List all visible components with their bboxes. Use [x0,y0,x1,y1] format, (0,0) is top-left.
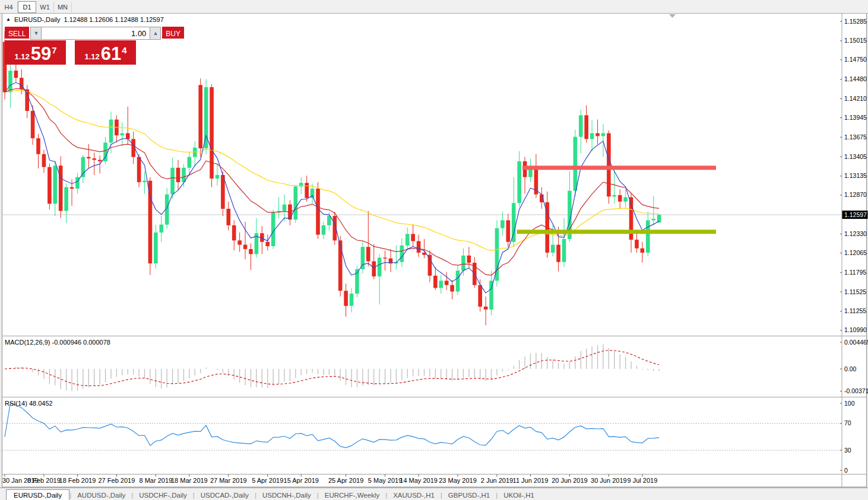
price-axis-label: 1.11255 [844,307,866,314]
price-axis-label: 1.12330 [844,230,867,237]
date-axis-label: 20 Jun 2019 [552,477,588,484]
price-chart[interactable]: 1.152851.150151.147501.144801.142101.139… [0,0,868,500]
buy-big-figure: 1.12 [84,52,99,61]
trading-app-window: 1.152851.150151.147501.144801.142101.139… [0,0,868,500]
volume-spinner: ▼ ▲ [30,27,161,40]
price-axis-label: 1.15285 [844,18,867,25]
macd-indicator-label: MACD(12,26,9) -0.000946 0.000078 [5,339,110,346]
date-axis-label: 9 Jul 2019 [627,477,657,484]
date-axis-label: 25 Apr 2019 [328,477,363,484]
price-axis-label: 1.14210 [844,95,867,102]
rsi-indicator-label: RSI(14) 48.0452 [5,400,53,407]
date-axis-label: 18 Feb 2019 [59,477,96,484]
date-axis-label: 30 Jun 2019 [591,477,627,484]
buy-pipette: 4 [122,45,126,55]
current-price-tag-label: 1.12597 [844,211,867,218]
chart-ohlc-header: ▲ EURUSD-,Daily 1.12488 1.12606 1.12488 … [6,16,164,23]
sell-pips: 59 [31,45,51,63]
symbol-tab-eurchf-weekly[interactable]: EURCHF-,Weekly [319,490,385,500]
price-axis-label: 1.14750 [844,56,867,63]
one-click-trading-panel: SELL ▼ ▲ BUY 1.12 59 7 1.12 61 4 [5,27,136,65]
symbol-tab-eurusd-daily[interactable]: EURUSD-,Daily [6,489,69,500]
rsi-axis-label: 100 [844,400,855,407]
price-axis-label: 1.13135 [844,172,867,179]
sell-button[interactable]: SELL [5,27,29,40]
volume-increase-button[interactable]: ▲ [150,27,161,40]
symbol-tab-ukoil-h1[interactable]: UKOil-,H1 [498,490,540,500]
date-axis-label: 27 Mar 2019 [210,477,247,484]
price-axis-label: 1.10990 [844,326,867,333]
resistance-line[interactable] [522,165,716,170]
date-axis-label: 2 Jun 2019 [481,477,513,484]
price-axis-label: 1.14480 [844,75,867,82]
buy-button[interactable]: BUY [162,27,184,40]
volume-input[interactable] [42,27,150,40]
collapse-triangle-icon[interactable]: ▲ [6,17,11,22]
chart-ohlc-values: 1.12488 1.12606 1.12488 1.12597 [64,16,164,23]
sell-big-figure: 1.12 [14,52,29,61]
date-axis-label: 5 May 2019 [368,477,402,484]
timeframe-tab-w1[interactable]: W1 [36,2,54,12]
timeframe-tab-mn[interactable]: MN [54,2,72,12]
symbol-tab-usdcnh-daily[interactable]: USDCNH-,Daily [256,490,317,500]
rsi-axis-label: 70 [844,419,851,426]
price-axis-label: 1.15015 [844,37,867,44]
volume-decrease-button[interactable]: ▼ [30,27,42,40]
date-axis-label: 15 Apr 2019 [284,477,319,484]
date-axis-label: 8 Feb 2019 [27,477,61,484]
symbol-tab-audusd-daily[interactable]: AUDUSD-,Daily [71,490,131,500]
timeframe-toolbar: H4D1W1MN [0,0,868,14]
macd-axis-label: -0.003715 [844,387,868,394]
date-axis-label: 18 Mar 2019 [171,477,208,484]
rsi-axis-label: 30 [844,447,851,454]
chart-symbol-period: EURUSD-,Daily [14,16,61,23]
price-axis-label: 1.13675 [844,133,867,141]
date-axis-label: 23 May 2019 [439,477,477,484]
date-axis-label: 27 Feb 2019 [99,477,135,484]
price-axis-label: 1.13405 [844,153,867,160]
timeframe-tab-h4[interactable]: H4 [0,2,18,12]
symbol-tab-bar: EURUSD-,Daily|AUDUSD-,Daily|USDCHF-,Dail… [0,488,868,500]
symbol-tab-usdcad-daily[interactable]: USDCAD-,Daily [195,490,255,500]
symbol-tab-usdchf-daily[interactable]: USDCHF-,Daily [133,490,193,500]
price-axis-label: 1.12870 [844,191,867,198]
rsi-axis-label: 0 [844,467,848,474]
chart-window-frame [2,14,867,488]
price-axis-label: 1.13945 [844,114,867,121]
symbol-tab-xauusd-h1[interactable]: XAUUSD-,H1 [387,490,441,500]
date-axis-label: 14 May 2019 [400,477,438,484]
date-axis-label: 11 Jun 2019 [513,477,549,484]
buy-price-display[interactable]: 1.12 61 4 [75,40,136,65]
timeframe-tab-d1[interactable]: D1 [18,1,36,13]
macd-axis-label: 0.004465 [844,339,868,346]
date-axis-label: 8 Mar 2019 [140,477,173,484]
price-axis-label: 1.11525 [844,288,866,295]
price-axis-label: 1.12065 [844,249,867,256]
date-axis-label: 5 Apr 2019 [252,477,283,484]
price-axis-label: 1.11795 [844,269,866,276]
sell-pipette: 7 [52,45,56,55]
symbol-tab-gbpusd-h1[interactable]: GBPUSD-,H1 [442,490,496,500]
sell-price-display[interactable]: 1.12 59 7 [5,40,66,65]
macd-axis-label: 0.00 [844,365,857,372]
buy-pips: 61 [101,45,121,63]
support-line[interactable] [517,230,716,234]
